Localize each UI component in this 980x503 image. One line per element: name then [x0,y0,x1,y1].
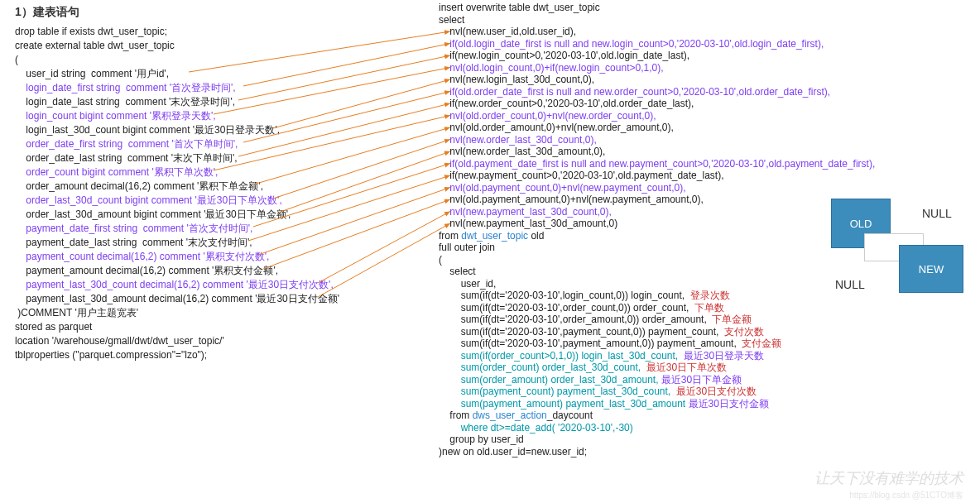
code-line: payment_amount decimal(16,2) comment '累积… [15,264,429,278]
code-line: user_id string comment '用户id', [15,67,429,81]
code-line: where dt>=date_add( '2020-03-10',-30) [439,422,977,434]
code-line: nvl(new.order_last_30d_count,0), [439,134,977,146]
code-line: payment_last_30d_count decimal(16,2) com… [15,278,429,292]
code-line: login_count bigint comment '累积登录天数', [15,109,429,123]
code-line: nvl(new.order_last_30d_amount,0), [439,146,977,158]
new-box: NEW [899,245,963,293]
watermark-text: 让天下没有难学的技术 [814,468,963,488]
code-line: group by user_id [439,434,977,446]
code-line: )new on old.user_id=new.user_id; [439,446,977,458]
code-line: nvl(old.login_count,0)+if(new.login_coun… [439,62,977,74]
code-line: payment_date_first string comment '首次支付时… [15,222,429,236]
null-label-2: NULL [835,278,865,291]
code-line: sum(payment_count) payment_last_30d_coun… [439,386,977,398]
section-title: 1）建表语句 [15,5,429,20]
code-line: nvl(old.order_count,0)+nvl(new.order_cou… [439,110,977,122]
code-line: login_last_30d_count bigint comment '最近3… [15,123,429,137]
code-line: sum(payment_amount) payment_last_30d_amo… [439,398,977,410]
code-line: order_last_30d_count bigint comment '最近3… [15,194,429,208]
code-line: nvl(new.user_id,old.user_id), [439,26,977,38]
null-label-1: NULL [922,207,952,220]
venn-diagram: OLD NEW NULL NULL [831,199,972,298]
code-line: sum(order_amount) order_last_30d_amount,… [439,374,977,386]
code-line: sum(if(dt='2020-03-10',order_amount,0)) … [439,314,977,326]
code-line: if(new.login_count>0,'2020-03-10',old.lo… [439,50,977,62]
code-line: login_date_last string comment '末次登录时间', [15,95,429,109]
code-line: order_date_first string comment '首次下单时间'… [15,137,429,151]
code-line: if(old.order_date_first is null and new.… [439,86,977,98]
code-line: create external table dwt_user_topic [15,39,429,53]
code-line: ( [15,53,429,67]
code-line: if(old.login_date_first is null and new.… [439,38,977,50]
code-line: order_date_last string comment '末次下单时间', [15,151,429,165]
code-line: nvl(old.order_amount,0)+nvl(new.order_am… [439,122,977,134]
code-line: order_count bigint comment '累积下单次数', [15,165,429,180]
code-line: stored as parquet [15,320,429,334]
code-line: login_date_first string comment '首次登录时间'… [15,81,429,95]
code-line: sum(if(order_count>0,1,0)) login_last_30… [439,350,977,362]
code-line: sum(if(dt='2020-03-10',payment_amount,0)… [439,338,977,350]
code-line: sum(order_count) order_last_30d_count, 最… [439,362,977,374]
code-line: insert overwrite table dwt_user_topic [439,2,977,14]
code-line: nvl(old.payment_count,0)+nvl(new.payment… [439,182,977,194]
code-line: if(new.payment_count>0,'2020-03-10',old.… [439,170,977,182]
code-line: if(old.payment_date_first is null and ne… [439,158,977,170]
code-line: sum(if(dt='2020-03-10',order_count,0)) o… [439,302,977,314]
code-line: tblproperties ("parquet.compression"="lz… [15,348,429,362]
code-line: payment_date_last string comment '末次支付时间… [15,236,429,250]
code-line: if(new.order_count>0,'2020-03-10',old.or… [439,98,977,110]
code-line: location '/warehouse/gmall/dwt/dwt_user_… [15,334,429,348]
watermark-url: https://blog.csdn @51CTO博客 [849,490,963,501]
code-line: nvl(new.login_last_30d_count,0), [439,74,977,86]
code-line: )COMMENT '用户主题宽表' [15,306,429,320]
code-line: order_last_30d_amount bigint comment '最近… [15,208,429,222]
code-line: select [439,14,977,26]
code-line: payment_count decimal(16,2) comment '累积支… [15,250,429,264]
code-line: order_amount decimal(16,2) comment '累积下单… [15,180,429,194]
code-line: sum(if(dt='2020-03-10',payment_count,0))… [439,326,977,338]
code-line: from dws_user_action_daycount [439,410,977,422]
code-line: drop table if exists dwt_user_topic; [15,25,429,39]
left-code-panel: 1）建表语句 drop table if exists dwt_user_top… [15,5,429,362]
code-line: payment_last_30d_amount decimal(16,2) co… [15,292,429,306]
